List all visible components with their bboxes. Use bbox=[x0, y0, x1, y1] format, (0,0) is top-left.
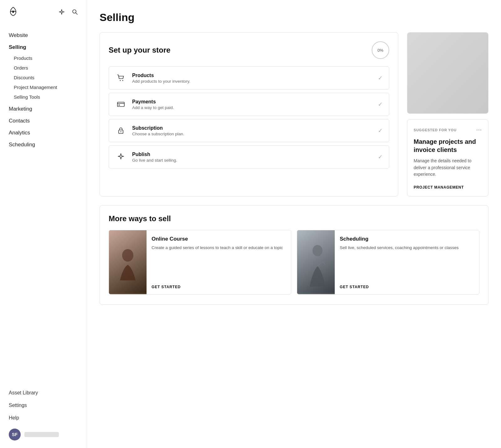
main-content: Selling Set up your store 0% Products bbox=[87, 0, 501, 448]
lock-icon bbox=[115, 125, 127, 136]
online-course-cta[interactable]: GET STARTED bbox=[152, 285, 286, 289]
payments-check-icon: ✓ bbox=[378, 101, 383, 108]
svg-point-11 bbox=[312, 245, 323, 256]
setup-item-subscription-desc: Choose a subscription plan. bbox=[132, 132, 372, 136]
suggested-more-button[interactable]: ··· bbox=[476, 127, 482, 133]
sidebar: Website Selling Products Orders Discount… bbox=[0, 0, 87, 448]
suggested-label: SUGGESTED FOR YOU bbox=[414, 128, 457, 132]
svg-point-9 bbox=[122, 249, 133, 262]
sidebar-item-analytics[interactable]: Analytics bbox=[0, 127, 87, 139]
top-section: Set up your store 0% Products Add produc… bbox=[100, 32, 488, 196]
sidebar-item-contacts[interactable]: Contacts bbox=[0, 115, 87, 127]
search-button[interactable] bbox=[70, 8, 79, 16]
progress-circle: 0% bbox=[372, 41, 389, 59]
scheduling-body: Scheduling Sell live, scheduled services… bbox=[335, 230, 479, 294]
setup-card-header: Set up your store 0% bbox=[109, 41, 389, 59]
setup-item-subscription[interactable]: Subscription Choose a subscription plan.… bbox=[109, 119, 389, 142]
suggested-desc: Manage the details needed to deliver a p… bbox=[414, 158, 482, 178]
promo-image bbox=[407, 33, 488, 113]
suggested-header: SUGGESTED FOR YOU ··· bbox=[414, 127, 482, 133]
setup-item-subscription-text: Subscription Choose a subscription plan. bbox=[132, 125, 372, 136]
suggested-card: SUGGESTED FOR YOU ··· Manage projects an… bbox=[407, 119, 488, 196]
sidebar-item-products[interactable]: Products bbox=[0, 53, 87, 63]
sidebar-item-discounts[interactable]: Discounts bbox=[0, 73, 87, 82]
user-row: SF bbox=[9, 429, 78, 440]
svg-point-0 bbox=[12, 11, 14, 13]
setup-item-publish-text: Publish Go live and start selling. bbox=[132, 152, 372, 163]
sell-item-online-course[interactable]: Online Course Create a guided series of … bbox=[109, 230, 291, 294]
scheduling-desc: Sell live, scheduled services, coaching … bbox=[340, 245, 474, 280]
setup-item-subscription-label: Subscription bbox=[132, 125, 372, 131]
setup-item-payments[interactable]: Payments Add a way to get paid. ✓ bbox=[109, 93, 389, 116]
sidebar-item-scheduling[interactable]: Scheduling bbox=[0, 139, 87, 151]
more-ways-grid: Online Course Create a guided series of … bbox=[109, 230, 479, 294]
sidebar-bottom: Asset Library Settings Help SF bbox=[0, 382, 87, 448]
scheduling-cta[interactable]: GET STARTED bbox=[340, 285, 474, 289]
setup-item-publish[interactable]: Publish Go live and start selling. ✓ bbox=[109, 145, 389, 169]
sparkle-button[interactable] bbox=[57, 8, 66, 16]
avatar[interactable]: SF bbox=[9, 429, 21, 440]
page-title: Selling bbox=[100, 11, 488, 23]
nav-section-main: Website Selling Products Orders Discount… bbox=[0, 29, 87, 102]
scheduling-image bbox=[297, 230, 335, 294]
setup-item-payments-text: Payments Add a way to get paid. bbox=[132, 99, 372, 110]
user-name-placeholder bbox=[24, 432, 59, 437]
setup-item-products-label: Products bbox=[132, 73, 372, 78]
scheduling-title: Scheduling bbox=[340, 236, 474, 242]
svg-point-7 bbox=[121, 131, 121, 132]
sidebar-top-icons bbox=[57, 8, 79, 16]
setup-item-payments-desc: Add a way to get paid. bbox=[132, 105, 372, 110]
publish-check-icon: ✓ bbox=[378, 154, 383, 160]
setup-item-publish-desc: Go live and start selling. bbox=[132, 158, 372, 163]
sidebar-item-help[interactable]: Help bbox=[9, 413, 78, 423]
setup-item-products-text: Products Add products to your inventory. bbox=[132, 73, 372, 84]
online-course-title: Online Course bbox=[152, 236, 286, 242]
sidebar-nav: Website Selling Products Orders Discount… bbox=[0, 24, 87, 382]
setup-card-title: Set up your store bbox=[109, 46, 170, 55]
sidebar-item-asset-library[interactable]: Asset Library bbox=[9, 388, 78, 398]
logo-icon[interactable] bbox=[8, 6, 19, 18]
setup-item-products-desc: Add products to your inventory. bbox=[132, 79, 372, 84]
sidebar-top bbox=[0, 0, 87, 24]
more-ways-title: More ways to sell bbox=[109, 214, 479, 223]
sell-item-scheduling[interactable]: Scheduling Sell live, scheduled services… bbox=[297, 230, 479, 294]
svg-rect-5 bbox=[118, 105, 120, 106]
sidebar-item-project-management[interactable]: Project Management bbox=[0, 82, 87, 92]
online-course-image bbox=[109, 230, 147, 294]
svg-point-3 bbox=[122, 80, 123, 81]
svg-rect-4 bbox=[117, 102, 124, 107]
promo-image-card bbox=[407, 32, 488, 114]
setup-item-publish-label: Publish bbox=[132, 152, 372, 157]
products-check-icon: ✓ bbox=[378, 75, 383, 81]
svg-point-2 bbox=[120, 80, 121, 81]
sidebar-item-selling-tools[interactable]: Selling Tools bbox=[0, 92, 87, 102]
sidebar-item-orders[interactable]: Orders bbox=[0, 63, 87, 73]
card-icon bbox=[115, 99, 127, 110]
suggested-link[interactable]: PROJECT MANAGEMENT bbox=[414, 185, 464, 190]
sidebar-item-selling[interactable]: Selling bbox=[0, 41, 87, 53]
sidebar-item-settings[interactable]: Settings bbox=[9, 400, 78, 410]
nav-section-other: Marketing Contacts Analytics Scheduling bbox=[0, 103, 87, 151]
sidebar-item-marketing[interactable]: Marketing bbox=[0, 103, 87, 115]
svg-point-1 bbox=[73, 10, 76, 13]
right-panel: SUGGESTED FOR YOU ··· Manage projects an… bbox=[407, 32, 488, 196]
setup-card: Set up your store 0% Products Add produc… bbox=[100, 32, 398, 196]
sparkle-publish-icon bbox=[115, 151, 127, 163]
sidebar-item-website[interactable]: Website bbox=[0, 29, 87, 41]
online-course-body: Online Course Create a guided series of … bbox=[147, 230, 291, 294]
setup-item-products[interactable]: Products Add products to your inventory.… bbox=[109, 66, 389, 90]
cart-icon bbox=[115, 72, 127, 84]
setup-item-payments-label: Payments bbox=[132, 99, 372, 105]
online-course-desc: Create a guided series of lessons to tea… bbox=[152, 245, 286, 280]
subscription-check-icon: ✓ bbox=[378, 127, 383, 134]
more-ways-card: More ways to sell bbox=[100, 205, 488, 305]
suggested-title: Manage projects and invoice clients bbox=[414, 138, 482, 154]
